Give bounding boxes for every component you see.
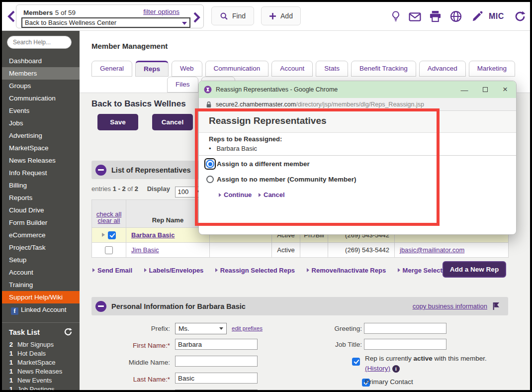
tab-general[interactable]: General [91,61,132,77]
table-row: Jim Basic Active (269) 543-5442 jbasic@m… [92,243,509,258]
rep-active-checkbox[interactable] [352,358,360,366]
sidebar-item-support-help-wiki[interactable]: Support Help/Wiki [2,291,80,303]
sidebar-item-training[interactable]: Training [2,279,80,291]
sidebar-item-ecommerce[interactable]: eCommerce [2,229,80,241]
member-selector[interactable]: Back to Basics Wellness Center [21,17,190,28]
cancel-button[interactable]: Cancel [152,114,193,130]
mic-menu[interactable]: MIC [489,12,504,21]
last-name-input[interactable] [175,373,258,384]
tab-stats[interactable]: Stats [316,61,348,77]
sidebar-item-cloud-drive[interactable]: Cloud Drive [2,204,80,216]
tab-account[interactable]: Account [271,61,313,77]
add-new-rep-button[interactable]: Add a New Rep [443,261,506,278]
sidebar-item-groups[interactable]: Groups [2,80,80,92]
arrow-marker-icon [219,193,221,197]
history-link[interactable]: (History) [365,365,390,372]
clear-all-link[interactable]: clear all [98,217,120,224]
sidebar-item-advertising[interactable]: Advertising [2,129,80,142]
entries-info: entries 1 - 2 of 2 Display 100 [91,185,204,197]
filter-options-link[interactable]: filter options [143,8,179,15]
radio-assign-different-member[interactable] [206,160,214,168]
help-search-input[interactable] [7,36,72,49]
rep-bullet-item: • Barbara Basic [209,145,257,152]
tab-files[interactable]: Files [167,77,198,93]
job-title-input[interactable] [364,339,446,350]
pencil-icon[interactable] [471,11,483,22]
sidebar-item-form-builder[interactable]: Form Builder [2,216,80,229]
popup-cancel-link[interactable]: Cancel [259,191,285,198]
printer-icon[interactable] [429,10,442,22]
minimize-button[interactable]: — [454,81,474,98]
task-item-mbr-signups[interactable]: 2Mbr Signups [2,340,80,349]
task-item-marketspace[interactable]: 1MarketSpace [2,358,80,367]
continue-link[interactable]: Continue [219,191,252,198]
sidebar-item-billing[interactable]: Billing [2,179,80,192]
task-item-job-postings[interactable]: 1Job Postings [2,385,80,390]
task-item-news-releases[interactable]: 1News Releases [2,367,80,376]
sidebar-item-setup[interactable]: Setup [2,254,80,266]
task-list-title: Task List [9,328,40,336]
next-member-icon[interactable] [193,12,200,23]
labels-envelopes-link[interactable]: Labels/Envelopes [144,267,204,274]
task-item-hot-deals[interactable]: 1Hot Deals [2,349,80,358]
refresh-icon[interactable] [514,10,526,22]
sidebar-item-jobs[interactable]: Jobs [2,117,80,129]
sidebar-item-communication[interactable]: Communication [2,92,80,104]
tab-benefit-tracking[interactable]: Benefit Tracking [351,61,416,77]
sidebar-item-info-request[interactable]: Info Request [2,167,80,179]
sidebar-item-reports[interactable]: Reports [2,192,80,204]
first-name-input[interactable] [175,339,258,350]
email-link[interactable]: jbasic@mailinator.com [400,246,464,254]
popup-url[interactable]: secure2.chambermaster.com/directory/jsp/… [216,101,424,108]
task-refresh-icon[interactable] [64,327,73,338]
task-item-new-events[interactable]: 1New Events [2,376,80,385]
info-icon[interactable]: i [392,365,400,373]
remove-inactivate-reps-link[interactable]: Remove/Inactivate Reps [307,267,386,274]
rep-name-link[interactable]: Jim Basic [131,246,159,254]
row-checkbox[interactable] [105,246,113,254]
globe-icon[interactable] [450,10,462,22]
sidebar-item-events[interactable]: Events [2,104,80,117]
tab-advanced[interactable]: Advanced [419,61,466,77]
rep-name-link[interactable]: Barbara Basic [131,231,175,239]
sidebar-item-project-task[interactable]: Project/Task [2,241,80,254]
row-expand-icon[interactable] [102,233,105,237]
sidebar-item-linked-account[interactable]: fLinked Account [2,303,80,316]
sidebar-item-members[interactable]: Members [2,67,80,80]
copy-business-information-link[interactable]: copy business information [413,302,487,310]
tab-web[interactable]: Web [172,61,202,77]
save-button[interactable]: Save [97,114,138,130]
find-button[interactable]: Find [211,6,254,25]
reassign-selected-reps-link[interactable]: Reassign Selected Reps [215,267,295,274]
radio-assign-no-member[interactable] [206,176,214,183]
maximize-button[interactable] [475,81,495,98]
greeting-input[interactable] [364,323,446,334]
sidebar-item-dashboard[interactable]: Dashboard [2,55,80,67]
greeting-label: Greeting: [281,325,362,332]
partial-input[interactable] [175,390,258,390]
envelope-icon[interactable] [409,12,421,21]
collapse-icon[interactable] [95,165,106,176]
row-checkbox-checked[interactable] [108,231,116,239]
tab-communication[interactable]: Communication [205,61,269,77]
pin-icon[interactable] [492,302,500,310]
previous-member-icon[interactable] [7,10,16,23]
send-email-link[interactable]: Send Email [92,267,132,274]
arrow-marker-icon [259,193,261,197]
plus-icon [269,12,276,20]
sidebar-item-news-releases[interactable]: News Releases [2,154,80,167]
prefix-select[interactable]: Ms. [175,323,227,334]
middle-name-input[interactable] [175,356,258,367]
close-button[interactable]: × [495,81,515,98]
add-button[interactable]: Add [261,6,301,25]
collapse-icon[interactable] [95,301,106,312]
edit-prefixes-link[interactable]: edit prefixes [232,325,263,331]
lightbulb-icon[interactable] [390,10,401,22]
tab-reps[interactable]: Reps [135,61,169,77]
sidebar-item-account[interactable]: Account [2,266,80,279]
personal-section-header: Personal Information for Barbara Basic c… [91,297,508,315]
rep-name-column-header: Rep Name [126,200,210,228]
popup-title-bar[interactable]: Reassign Representatives - Google Chrome… [199,81,516,98]
sidebar-item-marketspace[interactable]: MarketSpace [2,142,80,154]
tab-marketing[interactable]: Marketing [469,61,515,77]
